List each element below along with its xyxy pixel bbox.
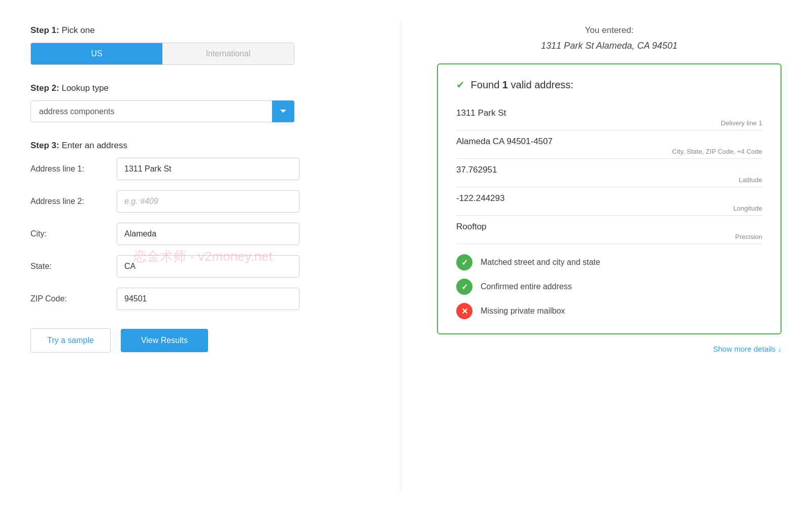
step3-label: Step 3: Enter an address [30, 141, 365, 151]
result-header: ✔ Found 1 valid address: [456, 79, 762, 91]
found-text-pre: Found [471, 79, 502, 90]
left-panel: Step 1: Pick one US International Step 2… [30, 20, 365, 492]
address2-group: Address line 2: [30, 190, 365, 213]
button-row: Try a sample View Results [30, 328, 365, 353]
latitude-value: 37.762951 [456, 165, 762, 175]
address-type-toggle: US International [30, 43, 294, 65]
city-state-zip-field: Alameda CA 94501-4507 City, State, ZIP C… [456, 131, 762, 159]
us-toggle-button[interactable]: US [31, 43, 162, 64]
check-icon-2: ✕ [456, 303, 472, 319]
result-checks: ✓ Matched street and city and state ✓ Co… [456, 254, 762, 319]
precision-label: Precision [456, 233, 762, 241]
address2-input[interactable] [117, 190, 299, 213]
you-entered-label: You entered: [437, 25, 782, 36]
check-item-2: ✕ Missing private mailbox [456, 303, 762, 319]
longitude-label: Longitude [456, 204, 762, 212]
check-item-1: ✓ Confirmed entire address [456, 279, 762, 295]
city-state-zip-value: Alameda CA 94501-4507 [456, 136, 762, 147]
try-sample-button[interactable]: Try a sample [30, 328, 111, 353]
step2-label: Step 2: Lookup type [30, 83, 365, 93]
address1-input[interactable] [117, 158, 299, 180]
city-state-zip-label: City, State, ZIP Code, +4 Code [456, 148, 762, 155]
lookup-type-dropdown-wrapper: address componentsfreeform [30, 100, 294, 122]
found-text-post: valid address: [508, 79, 573, 90]
zip-group: ZIP Code: [30, 288, 365, 310]
found-count: 1 [502, 79, 508, 90]
check-icon-0: ✓ [456, 254, 472, 270]
city-input[interactable] [117, 223, 299, 245]
state-label: State: [30, 262, 117, 271]
delivery-line-field: 1311 Park St Delivery line 1 [456, 103, 762, 130]
latitude-field: 37.762951 Latitude [456, 160, 762, 187]
check-text-0: Matched street and city and state [481, 258, 600, 267]
delivery-line-label: Delivery line 1 [456, 119, 762, 127]
state-group: State: [30, 255, 365, 278]
entered-address: 1311 Park St Alameda, CA 94501 [437, 41, 782, 51]
check-text-2: Missing private mailbox [481, 306, 565, 316]
panel-divider [401, 20, 401, 492]
delivery-line-value: 1311 Park St [456, 108, 762, 118]
check-item-0: ✓ Matched street and city and state [456, 254, 762, 270]
longitude-value: -122.244293 [456, 193, 762, 203]
precision-value: Rooftop [456, 222, 762, 232]
address1-label: Address line 1: [30, 164, 117, 174]
show-more-details-link[interactable]: Show more details ↓ [437, 345, 782, 353]
lookup-type-dropdown[interactable]: address componentsfreeform [30, 100, 294, 122]
result-box: ✔ Found 1 valid address: 1311 Park St De… [437, 63, 782, 334]
check-icon-1: ✓ [456, 279, 472, 295]
zip-input[interactable] [117, 288, 299, 310]
international-toggle-button[interactable]: International [162, 43, 294, 64]
found-check-icon: ✔ [456, 79, 465, 90]
view-results-button[interactable]: View Results [121, 329, 208, 352]
step1-label: Step 1: Pick one [30, 25, 365, 36]
city-label: City: [30, 229, 117, 238]
check-text-1: Confirmed entire address [481, 282, 572, 291]
address2-label: Address line 2: [30, 197, 117, 206]
longitude-field: -122.244293 Longitude [456, 188, 762, 216]
state-input[interactable] [117, 255, 299, 278]
right-panel: You entered: 1311 Park St Alameda, CA 94… [437, 20, 782, 492]
zip-label: ZIP Code: [30, 294, 117, 303]
address1-group: Address line 1: [30, 158, 365, 180]
latitude-label: Latitude [456, 176, 762, 184]
city-group: City: [30, 223, 365, 245]
precision-field: Rooftop Precision [456, 217, 762, 244]
